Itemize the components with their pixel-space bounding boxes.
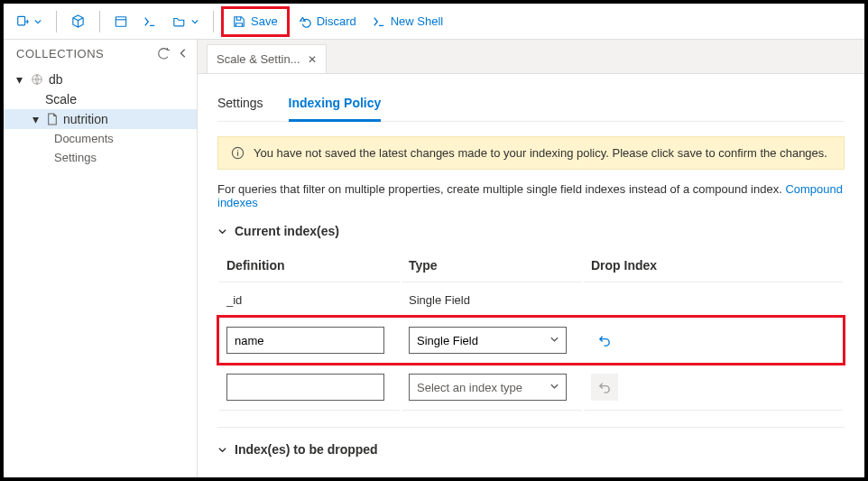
undo-row-button[interactable] — [591, 327, 618, 354]
doc-icon — [47, 113, 58, 125]
caret-down-icon: ▾ — [16, 72, 25, 87]
cell-type: Single Field — [402, 284, 582, 316]
banner-text: You have not saved the latest changes ma… — [254, 146, 827, 160]
documents-label: Documents — [54, 132, 114, 145]
shell-button[interactable] — [136, 8, 163, 35]
hint-text: For queries that filter on multiple prop… — [217, 182, 785, 196]
db-label: db — [49, 72, 63, 87]
index-table: Definition Type Drop Index _id Single Fi… — [217, 247, 845, 412]
definition-input[interactable] — [226, 327, 384, 354]
discard-button[interactable]: Discard — [291, 8, 364, 35]
cube-button[interactable] — [64, 8, 92, 35]
divider — [217, 427, 845, 428]
cell-def: _id — [219, 284, 400, 316]
content: Settings Indexing Policy You have not sa… — [198, 74, 864, 477]
save-highlight: Save — [221, 6, 290, 37]
type-select[interactable]: Single Field — [409, 327, 567, 354]
sidebar: COLLECTIONS ▾ db Scale ▾ nutr — [4, 40, 198, 477]
definition-input[interactable] — [226, 374, 384, 401]
chevron-left-icon[interactable] — [179, 48, 188, 59]
sidebar-title: COLLECTIONS — [16, 47, 104, 60]
hint: For queries that filter on multiple prop… — [217, 182, 845, 209]
section-dropped-label: Index(es) to be dropped — [235, 442, 378, 457]
tree-settings[interactable]: Settings — [4, 148, 197, 167]
save-button[interactable]: Save — [226, 8, 285, 35]
tab-strip: Scale & Settin... ✕ — [198, 40, 864, 74]
new-doc-icon — [16, 15, 29, 28]
unsaved-banner: You have not saved the latest changes ma… — [217, 136, 845, 170]
close-icon[interactable]: ✕ — [308, 53, 317, 66]
col-definition: Definition — [219, 249, 400, 282]
subtab-indexing-policy[interactable]: Indexing Policy — [289, 90, 382, 122]
sidebar-header: COLLECTIONS — [4, 40, 197, 68]
chevron-down-icon — [34, 18, 42, 25]
collection-label: nutrition — [63, 112, 108, 126]
save-label: Save — [251, 14, 278, 28]
tree-documents[interactable]: Documents — [4, 129, 197, 148]
settings-label: Settings — [54, 151, 97, 164]
cube-icon — [71, 14, 85, 28]
tree-collection[interactable]: ▾ nutrition — [4, 109, 197, 129]
scale-label: Scale — [45, 92, 77, 106]
refresh-icon[interactable] — [158, 48, 170, 60]
open-button[interactable] — [165, 8, 206, 35]
tab-scale-settings[interactable]: Scale & Settin... ✕ — [207, 44, 327, 73]
index-row-name: Single Field — [219, 318, 843, 363]
section-current-label: Current index(es) — [235, 224, 339, 238]
col-drop: Drop Index — [584, 249, 843, 282]
prompt-icon — [373, 15, 385, 28]
main: Scale & Settin... ✕ Settings Indexing Po… — [198, 40, 864, 477]
separator — [99, 11, 100, 32]
index-row-new: Select an index type — [219, 365, 843, 411]
new-collection-button[interactable] — [9, 8, 49, 35]
undo-icon — [598, 381, 612, 394]
panel-icon — [115, 15, 127, 28]
undo-icon — [299, 15, 311, 28]
tree-db[interactable]: ▾ db — [4, 69, 197, 89]
tab-label: Scale & Settin... — [217, 52, 300, 66]
new-shell-button[interactable]: New Shell — [365, 8, 451, 35]
panel-button[interactable] — [107, 8, 134, 35]
undo-row-button-disabled — [591, 374, 618, 401]
new-shell-label: New Shell — [391, 14, 444, 28]
subtabs: Settings Indexing Policy — [217, 90, 845, 122]
folder-open-icon — [172, 15, 186, 28]
section-current-indexes[interactable]: Current index(es) — [217, 224, 845, 238]
section-dropped-indexes[interactable]: Index(es) to be dropped — [217, 442, 845, 457]
chevron-down-icon — [217, 445, 227, 455]
separator — [213, 11, 214, 32]
toolbar: Save Discard New Shell — [4, 4, 864, 40]
separator — [56, 11, 57, 32]
info-icon — [231, 146, 245, 160]
prompt-icon — [143, 15, 156, 28]
index-row-id: _id Single Field — [219, 284, 843, 316]
subtab-settings[interactable]: Settings — [217, 90, 263, 121]
save-icon — [233, 15, 245, 28]
caret-down-icon: ▾ — [32, 112, 42, 126]
svg-rect-1 — [115, 16, 125, 26]
col-type: Type — [402, 249, 582, 282]
discard-label: Discard — [317, 14, 356, 28]
chevron-down-icon — [191, 18, 199, 25]
globe-icon — [31, 73, 43, 86]
tree-scale[interactable]: Scale — [4, 89, 197, 109]
chevron-down-icon — [217, 227, 227, 236]
undo-icon — [598, 334, 612, 347]
svg-rect-0 — [18, 16, 25, 25]
type-select[interactable]: Select an index type — [409, 374, 567, 401]
tree: ▾ db Scale ▾ nutrition Documents Setting… — [4, 68, 197, 477]
